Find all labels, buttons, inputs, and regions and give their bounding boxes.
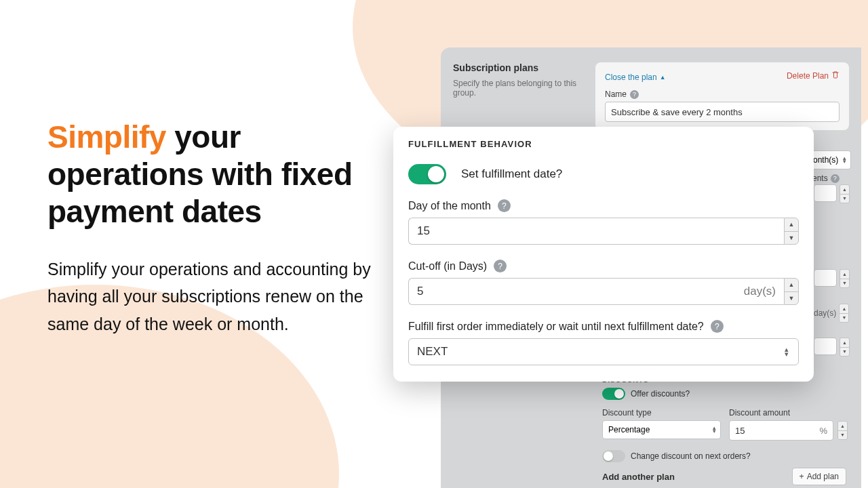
close-plan-link[interactable]: Close the plan ▲ [605, 73, 666, 82]
first-order-select[interactable]: NEXT ▴▾ [408, 338, 799, 365]
discount-amount-unit: % [819, 426, 827, 436]
help-icon[interactable]: ? [831, 174, 840, 183]
cutoff-value: 5 [417, 285, 423, 298]
discount-type-value: Percentage [608, 425, 650, 434]
first-order-label-row: Fulfill first order immediately or wait … [408, 320, 799, 333]
panel-title: Subscription plans [453, 62, 589, 73]
plan-card: Close the plan ▲ Delete Plan Name ? [595, 62, 849, 130]
add-another-label: Add another plan [602, 472, 675, 482]
set-fulfillment-label: Set fulfillment date? [461, 167, 562, 181]
help-icon[interactable]: ? [498, 199, 511, 212]
offer-discounts-toggle[interactable]: Offer discounts? [602, 388, 690, 400]
change-discount-toggle[interactable]: Change discount on next orders? [602, 450, 751, 462]
help-icon[interactable]: ? [630, 90, 639, 99]
day-of-month-label: Day of the month [408, 200, 491, 212]
bg-stepper-3[interactable]: ▲▼ [840, 338, 850, 357]
day-of-month-label-row: Day of the month ? [408, 199, 799, 212]
discount-amount-field[interactable]: 15 % [729, 420, 833, 441]
headline-accent: Simplify [47, 119, 166, 155]
name-field[interactable] [605, 102, 840, 122]
day-of-month-stepper[interactable]: ▲▼ [784, 218, 799, 245]
add-plan-button[interactable]: + Add plan [792, 468, 846, 485]
bg-stepper-1[interactable]: ▲▼ [840, 269, 850, 288]
discount-type-select[interactable]: Percentage ▴▾ [602, 420, 721, 439]
discount-type-label: Discount type [602, 408, 721, 418]
fulfillment-card: FULFILLMENT BEHAVIOR Set fulfillment dat… [393, 127, 814, 382]
select-caret-icon: ▴▾ [713, 426, 716, 434]
day-of-month-field[interactable]: 15 [408, 218, 784, 245]
help-icon[interactable]: ? [711, 320, 724, 333]
plus-icon: + [800, 472, 804, 481]
marketing-copy: Simplify your operations with fixed paym… [47, 119, 373, 338]
change-discount-label: Change discount on next orders? [631, 451, 751, 461]
max-payments-field[interactable] [814, 184, 837, 202]
bg-num-field-1[interactable] [814, 269, 837, 287]
bg-days-unit: day(s) [814, 308, 836, 318]
name-label-row: Name ? [605, 89, 840, 99]
add-plan-label: Add plan [807, 472, 839, 481]
set-fulfillment-toggle[interactable] [408, 164, 446, 184]
delete-plan-label: Delete Plan [787, 71, 829, 81]
cutoff-label: Cut-off (in Days) [408, 260, 487, 272]
fulfillment-title: FULFILLMENT BEHAVIOR [408, 139, 799, 149]
discount-amount-value: 15 [735, 426, 745, 436]
name-label: Name [605, 89, 627, 99]
panel-subtitle: Specify the plans belonging to this grou… [453, 79, 589, 98]
discount-amount-label: Discount amount [729, 408, 848, 418]
max-payments-label-fragment: ents [812, 174, 828, 183]
select-caret-icon: ▴▾ [843, 157, 846, 164]
toggle-switch-off-icon [602, 450, 625, 462]
subtext: Simplify your operations and accounting … [47, 256, 373, 338]
first-order-value: NEXT [417, 345, 448, 359]
max-payments-stepper[interactable]: ▲▼ [840, 184, 850, 203]
bg-stepper-2[interactable]: ▲▼ [839, 304, 849, 323]
close-plan-label: Close the plan [605, 73, 657, 82]
cutoff-field[interactable]: 5 day(s) [408, 278, 784, 305]
caret-up-icon: ▲ [660, 74, 666, 81]
discount-amount-stepper[interactable]: ▲▼ [837, 421, 848, 440]
day-of-month-value: 15 [417, 224, 430, 238]
cutoff-label-row: Cut-off (in Days) ? [408, 260, 799, 272]
toggle-switch-on-icon [602, 388, 625, 400]
trash-icon [831, 70, 840, 81]
offer-discounts-label: Offer discounts? [631, 389, 690, 399]
select-caret-icon: ▴▾ [785, 347, 789, 356]
headline: Simplify your operations with fixed paym… [47, 119, 373, 231]
first-order-label: Fulfill first order immediately or wait … [408, 321, 704, 333]
delete-plan-link[interactable]: Delete Plan [787, 70, 840, 81]
cutoff-stepper[interactable]: ▲▼ [784, 278, 799, 305]
cutoff-unit: day(s) [744, 285, 776, 298]
bg-num-field-2[interactable] [814, 338, 837, 355]
help-icon[interactable]: ? [494, 260, 507, 272]
